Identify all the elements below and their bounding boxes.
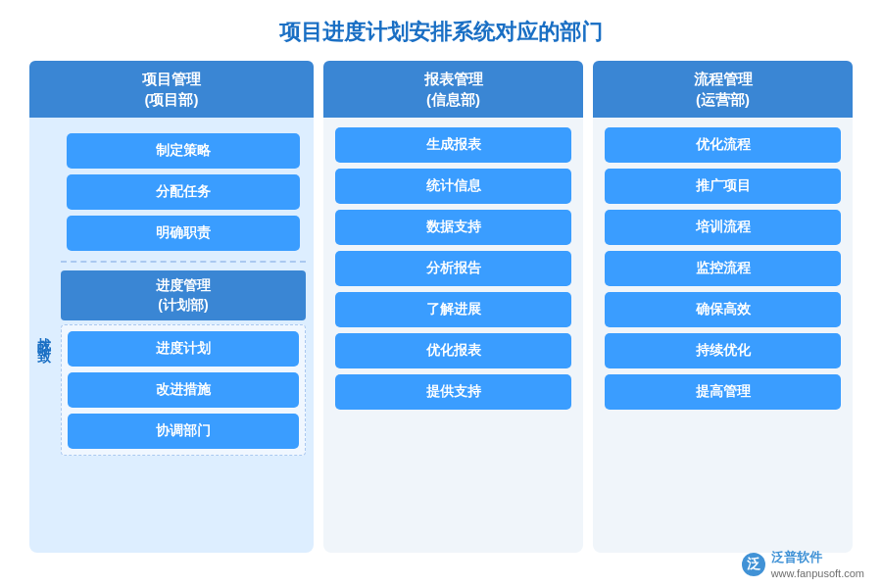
btn-progress-2[interactable]: 改进措施	[68, 372, 299, 408]
page-title: 项目进度计划安排系统对应的部门	[0, 0, 882, 61]
btn-strategy-3[interactable]: 明确职责	[67, 216, 300, 251]
mid-btn-2[interactable]: 数据支持	[335, 210, 571, 245]
right-panel-items: 优化流程 推广项目 培训流程 监控流程 确保高效 持续优化 提高管理	[593, 118, 853, 553]
mid-btn-5[interactable]: 优化报表	[335, 333, 571, 368]
main-content: 项目管理 (项目部) 战略一致 制定策略 分配任务 明确职责 进度管理 (计划部…	[0, 61, 882, 553]
right-btn-3[interactable]: 监控流程	[605, 251, 841, 286]
section-top: 制定策略 分配任务 明确职责	[61, 127, 306, 263]
btn-strategy-1[interactable]: 制定策略	[67, 133, 300, 169]
left-panel: 项目管理 (项目部) 战略一致 制定策略 分配任务 明确职责 进度管理 (计划部…	[29, 61, 314, 553]
left-panel-body: 战略一致 制定策略 分配任务 明确职责 进度管理 (计划部) 进度计划 改进措施…	[29, 118, 314, 553]
right-panel: 流程管理 (运营部) 优化流程 推广项目 培训流程 监控流程 确保高效 持续优化…	[593, 61, 853, 553]
right-btn-2[interactable]: 培训流程	[605, 210, 841, 245]
mid-panel-items: 生成报表 统计信息 数据支持 分析报告 了解进展 优化报表 提供支持	[323, 118, 583, 553]
mid-panel-header: 报表管理 (信息部)	[323, 61, 583, 118]
section-bottom-wrapper: 进度管理 (计划部) 进度计划 改进措施 协调部门	[61, 270, 306, 456]
watermark-icon: 泛	[742, 553, 765, 576]
left-panel-header: 项目管理 (项目部)	[29, 61, 314, 118]
mid-panel: 报表管理 (信息部) 生成报表 统计信息 数据支持 分析报告 了解进展 优化报表…	[323, 61, 583, 553]
section-bottom: 进度计划 改进措施 协调部门	[61, 324, 306, 456]
watermark: 泛 泛普软件 www.fanpusoft.com	[742, 550, 864, 580]
right-btn-6[interactable]: 提高管理	[605, 374, 841, 410]
btn-strategy-2[interactable]: 分配任务	[67, 174, 300, 210]
sub-header: 进度管理 (计划部)	[61, 270, 306, 320]
mid-btn-1[interactable]: 统计信息	[335, 169, 571, 204]
mid-btn-6[interactable]: 提供支持	[335, 374, 571, 410]
btn-progress-3[interactable]: 协调部门	[68, 414, 299, 449]
right-btn-1[interactable]: 推广项目	[605, 169, 841, 204]
mid-btn-4[interactable]: 了解进展	[335, 292, 571, 327]
mid-btn-0[interactable]: 生成报表	[335, 127, 571, 163]
btn-progress-1[interactable]: 进度计划	[68, 331, 299, 367]
left-sections: 制定策略 分配任务 明确职责 进度管理 (计划部) 进度计划 改进措施 协调部门	[61, 127, 306, 543]
right-panel-header: 流程管理 (运营部)	[593, 61, 853, 118]
vertical-label: 战略一致	[33, 127, 55, 543]
watermark-text: 泛普软件 www.fanpusoft.com	[771, 550, 864, 580]
right-btn-5[interactable]: 持续优化	[605, 333, 841, 368]
right-btn-0[interactable]: 优化流程	[605, 127, 841, 163]
mid-btn-3[interactable]: 分析报告	[335, 251, 571, 286]
right-btn-4[interactable]: 确保高效	[605, 292, 841, 327]
